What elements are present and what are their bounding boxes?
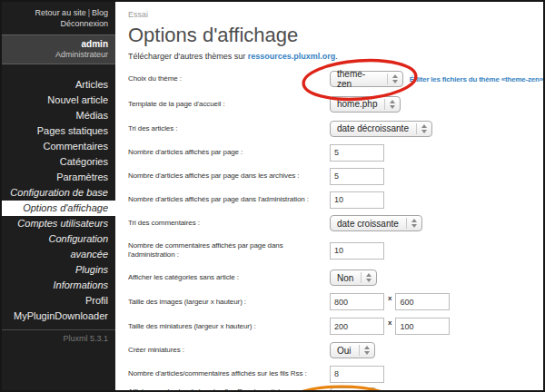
select-stepper-icon [359,345,370,356]
download-text: Télécharger d'autres thèmes sur [128,52,248,61]
form-row-article-sort: Tri des articles : date décroissante [128,116,543,141]
sidebar-item-configuration-avancee[interactable]: Configuration avancée [2,231,115,262]
logout-link[interactable]: Déconnexion [60,19,108,28]
sidebar-top-links: Retour au site|Blog Déconnexion [2,2,115,33]
form-row-comment-sort: Tri des commentaires : date croissante [128,211,543,235]
blog-link[interactable]: Blog [92,8,108,17]
field-label: Choix du thème : [128,74,330,83]
sidebar-item-medias[interactable]: Médias [2,108,115,123]
selected-value: Non [337,273,353,283]
form-row-archives-per-page: Nombre d'articles affichés par page dans… [128,164,543,188]
thumb-height-input[interactable] [395,318,450,335]
size-separator: x [388,294,391,302]
form-row-rss-count: Nombre d'articles/commentaires affichés … [128,362,543,386]
empty-categories-select[interactable]: Non [330,270,377,286]
form-row-theme: Choix du thème : theme-zen Éditer les fi… [128,66,543,92]
link-separator: | [88,8,90,17]
username: admin [9,39,108,50]
sidebar-item-commentaires[interactable]: Commentaires [2,139,115,154]
form-row-admin-articles-per-page: Nombre d'articles affichés par page dans… [128,188,543,211]
size-separator: x [388,318,391,327]
sidebar-item-categories[interactable]: Catégories [2,154,115,170]
selected-value: home.php [337,99,377,109]
sidebar-item-plugins[interactable]: Plugins [2,262,115,278]
form-row-image-size: Taille des images (largeur x hauteur) : … [128,289,543,314]
field-label: Afficher les catégories sans article : [128,273,330,282]
return-to-site-link[interactable]: Retour au site [35,8,86,17]
field-label: Créer miniatures : [128,346,330,355]
pluxml-resources-link[interactable]: ressources.pluxml.org [248,52,336,61]
field-label: Template de la page d'accueil : [128,100,330,109]
main-content: Essai Options d'affichage Télécharger d'… [115,2,543,390]
image-height-input[interactable] [395,293,450,310]
page-title: Options d'affichage [128,24,543,46]
select-stepper-icon [416,123,427,134]
form-row-rss-chapo: Afficher que le chapô dans les flux Rss … [128,386,543,390]
sidebar: Retour au site|Blog Déconnexion admin Ad… [2,2,115,390]
article-sort-select[interactable]: date décroissante [330,121,432,137]
field-label: Tri des articles : [128,124,330,133]
sidebar-divider [2,329,115,330]
field-label: Nombre d'articles affichés par page dans… [128,195,330,204]
field-label: Taille des miniatures (largeur x hauteur… [128,322,330,331]
create-thumbnails-select[interactable]: Oui [330,342,375,358]
edit-theme-files-link[interactable]: Éditer les fichiers du thème «theme-zen» [410,75,543,83]
select-stepper-icon [387,74,398,84]
articles-per-page-input[interactable] [330,144,384,162]
form-row-empty-categories: Afficher les catégories sans article : N… [128,266,543,289]
form-row-articles-per-page: Nombre d'articles affichés par page : [128,141,543,164]
field-label: Nombre de commentaires affichés par page… [128,241,330,260]
user-role: Administrateur [9,50,108,60]
sidebar-item-myplugindownloader[interactable]: MyPluginDownloader [2,309,115,324]
form-row-admin-comments-per-page: Nombre de commentaires affichés par page… [128,235,543,266]
theme-select[interactable]: theme-zen [330,71,403,87]
selected-value: date décroissante [337,123,409,133]
selected-value: theme-zen [337,69,380,89]
pluxml-admin-window: Retour au site|Blog Déconnexion admin Ad… [0,0,545,392]
field-label: Nombre d'articles affichés par page dans… [128,172,330,181]
sidebar-item-configuration-de-base[interactable]: Configuration de base [2,185,115,201]
homepage-template-select[interactable]: home.php [330,96,401,113]
form-row-template: Template de la page d'accueil : home.php [128,92,543,116]
select-stepper-icon [406,218,417,229]
form-row-thumbnail-size: Taille des miniatures (largeur x hauteur… [128,314,543,338]
admin-comments-per-page-input[interactable] [330,242,384,260]
sidebar-item-pages-statiques[interactable]: Pages statiques [2,123,115,139]
download-suffix: . [335,52,338,61]
thumb-width-input[interactable] [330,318,384,335]
sidebar-item-comptes-utilisateurs[interactable]: Comptes utilisateurs [2,216,115,231]
sidebar-item-profil[interactable]: Profil [2,293,115,309]
display-options-form: Choix du thème : theme-zen Éditer les fi… [128,66,543,390]
sidebar-menu: Articles Nouvel article Médias Pages sta… [2,77,115,324]
themes-download-note: Télécharger d'autres thèmes sur ressourc… [128,52,543,62]
field-label: Nombre d'articles affichés par page : [128,148,330,157]
image-width-input[interactable] [330,293,384,310]
sidebar-item-nouvel-article[interactable]: Nouvel article [2,93,115,108]
field-label: Taille des images (largeur x hauteur) : [128,298,330,307]
breadcrumb: Essai [128,9,543,20]
user-box: admin Administrateur [2,34,115,64]
sidebar-item-options-affichage[interactable]: Options d'affichage [2,201,115,216]
admin-articles-per-page-input[interactable] [330,191,384,209]
sidebar-item-parametres[interactable]: Paramètres [2,170,115,185]
sidebar-item-informations[interactable]: Informations [2,278,115,293]
select-stepper-icon [384,99,395,110]
field-label: Tri des commentaires : [128,219,330,228]
field-label: Nombre d'articles/commentaires affichés … [128,369,330,378]
rss-count-input[interactable] [330,366,384,383]
field-label: Afficher que le chapô dans les flux Rss … [128,387,330,390]
comment-sort-select[interactable]: date croissante [330,215,422,231]
sidebar-item-articles[interactable]: Articles [2,77,115,93]
select-stepper-icon [361,272,372,283]
version-label: Pluxml 5.3.1 [2,334,115,343]
selected-value: date croissante [337,219,399,229]
selected-value: Oui [337,346,352,356]
rss-chapo-select[interactable]: Non [330,387,377,390]
archives-per-page-input[interactable] [330,168,384,185]
form-row-create-thumbnails: Créer miniatures : Oui [128,338,543,362]
